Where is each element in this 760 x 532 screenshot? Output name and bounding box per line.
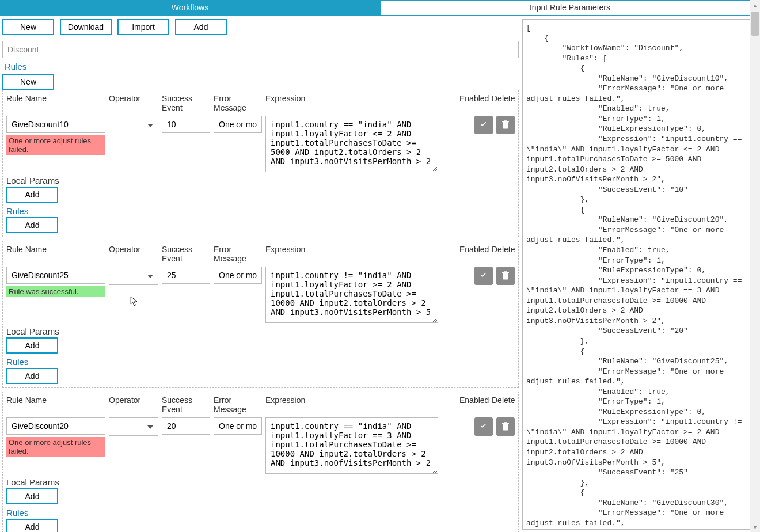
add-local-param-button[interactable]: Add <box>6 187 58 203</box>
col-enabled: Enabled <box>459 396 488 414</box>
col-delete: Delete <box>492 94 515 112</box>
tab-input-rule-parameters[interactable]: Input Rule Parameters <box>380 0 760 15</box>
col-expression: Expression <box>265 245 438 263</box>
operator-select[interactable] <box>109 267 158 285</box>
workflow-name-input[interactable] <box>2 41 519 58</box>
enabled-toggle[interactable] <box>474 267 493 285</box>
expression-input[interactable]: input1.country == "india" AND input1.loy… <box>265 417 438 474</box>
col-error-message: Error Message <box>214 396 262 414</box>
trash-icon <box>500 119 511 131</box>
rules-section-label: Rules <box>5 62 519 71</box>
local-params-label: Local Params <box>6 326 515 336</box>
scroll-down-icon[interactable]: ▼ <box>750 522 760 532</box>
expression-input[interactable]: input1.country == "india" AND input1.loy… <box>265 116 438 172</box>
operator-select[interactable] <box>109 116 158 134</box>
col-success-event: Success Event <box>162 396 210 414</box>
expression-input[interactable]: input1.country != "india" AND input1.loy… <box>265 267 438 323</box>
rule-card: Rule Name Operator Success Event Error M… <box>2 90 519 237</box>
check-icon <box>478 119 489 131</box>
col-operator: Operator <box>109 396 158 414</box>
workflows-panel: New Download Import Add Rules New Rule N… <box>0 16 521 532</box>
new-rule-button[interactable]: New <box>2 74 54 90</box>
json-preview[interactable]: [ { "WorkflowName": "Discount", "Rules":… <box>522 19 758 530</box>
error-message-input[interactable] <box>214 417 262 435</box>
col-success-event: Success Event <box>162 245 210 263</box>
download-button[interactable]: Download <box>60 19 112 35</box>
scroll-up-icon[interactable]: ▲ <box>750 0 760 10</box>
new-button[interactable]: New <box>2 19 54 35</box>
check-icon <box>478 270 489 282</box>
delete-button[interactable] <box>496 267 515 285</box>
rule-card: Rule Name Operator Success Event Error M… <box>2 392 519 532</box>
success-event-input[interactable] <box>162 116 210 133</box>
status-badge: Rule was successful. <box>6 286 105 297</box>
add-local-param-button[interactable]: Add <box>6 337 58 354</box>
rule-name-input[interactable] <box>6 267 105 284</box>
operator-select[interactable] <box>109 417 158 436</box>
col-success-event: Success Event <box>162 94 210 112</box>
child-rules-label: Rules <box>6 206 515 216</box>
delete-button[interactable] <box>496 116 515 134</box>
child-rules-label: Rules <box>6 508 515 518</box>
delete-button[interactable] <box>496 417 515 436</box>
check-icon <box>478 421 489 433</box>
enabled-toggle[interactable] <box>474 116 493 134</box>
status-badge: One or more adjust rules failed. <box>6 437 105 457</box>
error-message-input[interactable] <box>214 267 262 284</box>
rule-name-input[interactable] <box>6 116 105 133</box>
col-operator: Operator <box>109 94 158 112</box>
enabled-toggle[interactable] <box>474 417 493 436</box>
add-button[interactable]: Add <box>175 19 227 35</box>
local-params-label: Local Params <box>6 176 515 185</box>
trash-icon <box>500 421 511 433</box>
success-event-input[interactable] <box>162 417 210 435</box>
error-message-input[interactable] <box>214 116 262 133</box>
scroll-thumb[interactable] <box>751 12 759 36</box>
col-error-message: Error Message <box>214 94 262 112</box>
col-rule-name: Rule Name <box>6 396 105 414</box>
tab-workflows[interactable]: Workflows <box>0 0 380 15</box>
scrollbar[interactable]: ▲ ▼ <box>750 0 760 532</box>
col-rule-name: Rule Name <box>6 245 105 263</box>
col-operator: Operator <box>109 245 158 263</box>
local-params-label: Local Params <box>6 477 515 487</box>
add-child-rule-button[interactable]: Add <box>6 519 58 532</box>
import-button[interactable]: Import <box>117 19 169 35</box>
col-enabled: Enabled <box>459 245 488 263</box>
add-local-param-button[interactable]: Add <box>6 488 58 504</box>
rule-card: Rule Name Operator Success Event Error M… <box>2 241 519 388</box>
trash-icon <box>500 270 511 282</box>
col-rule-name: Rule Name <box>6 94 105 112</box>
col-expression: Expression <box>265 396 438 414</box>
add-child-rule-button[interactable]: Add <box>6 368 58 384</box>
status-badge: One or more adjust rules failed. <box>6 135 105 155</box>
child-rules-label: Rules <box>6 357 515 367</box>
rule-name-input[interactable] <box>6 417 105 435</box>
success-event-input[interactable] <box>162 267 210 284</box>
col-delete: Delete <box>492 245 515 263</box>
col-delete: Delete <box>492 396 515 414</box>
col-enabled: Enabled <box>459 94 488 112</box>
add-child-rule-button[interactable]: Add <box>6 217 58 233</box>
col-error-message: Error Message <box>214 245 262 263</box>
col-expression: Expression <box>265 94 438 112</box>
